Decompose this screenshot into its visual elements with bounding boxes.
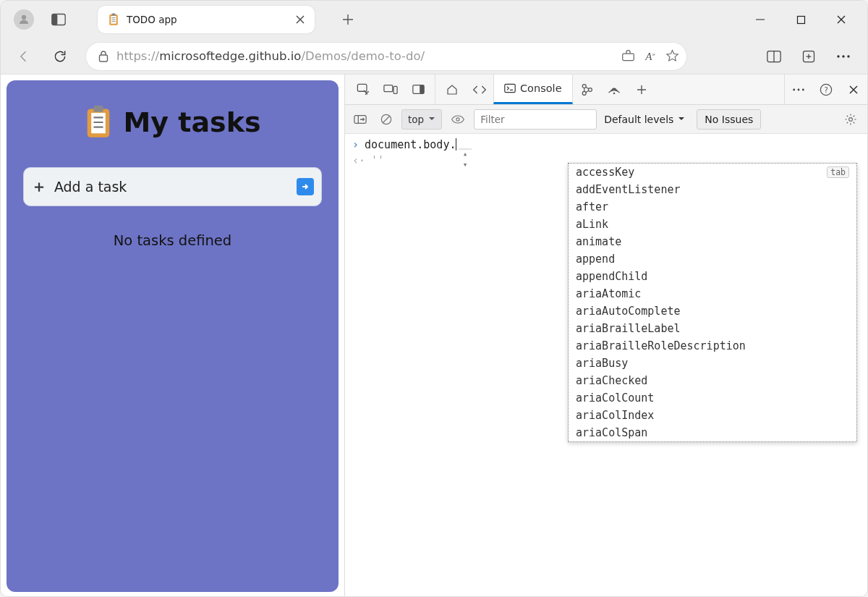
autocomplete-item[interactable]: after	[569, 198, 856, 216]
submit-task-button[interactable]	[297, 178, 314, 195]
autocomplete-popup[interactable]: accessKeytabaddEventListenerafteraLinkan…	[568, 163, 857, 442]
svg-point-0	[22, 15, 26, 20]
console-input[interactable]: document.body.	[365, 138, 456, 151]
result-icon: ‹·	[352, 154, 365, 167]
page-body: My tasks ＋ Add a task No tasks defined	[7, 80, 339, 592]
window-controls	[740, 5, 861, 34]
collections-button[interactable]	[793, 42, 824, 71]
workspaces-button[interactable]	[47, 8, 70, 31]
split-screen-button[interactable]	[759, 42, 789, 71]
more-tabs-button[interactable]	[628, 75, 655, 105]
favorite-icon[interactable]	[665, 49, 679, 63]
site-info-icon[interactable]	[98, 50, 109, 63]
svg-rect-29	[420, 85, 424, 94]
svg-point-45	[849, 117, 853, 121]
elements-tab[interactable]	[466, 75, 493, 105]
log-levels-selector[interactable]: Default levels	[604, 114, 685, 125]
autocomplete-item[interactable]: animate	[569, 233, 856, 250]
address-bar[interactable]: https://microsoftedge.github.io/Demos/de…	[86, 43, 686, 70]
settings-menu-button[interactable]	[828, 42, 859, 71]
filter-input[interactable]: Filter	[474, 109, 597, 130]
title-bar: TODO app	[1, 1, 867, 38]
minimize-button[interactable]	[740, 5, 780, 34]
autocomplete-item[interactable]: ariaChecked	[569, 372, 856, 389]
svg-rect-5	[112, 13, 116, 15]
clipboard-icon	[84, 105, 113, 140]
autocomplete-item[interactable]: ariaBrailleLabel	[569, 320, 856, 337]
console-tab[interactable]: Console	[493, 75, 573, 104]
live-expression-button[interactable]	[446, 109, 469, 130]
console-tab-label: Console	[520, 82, 562, 94]
more-tools-button[interactable]	[785, 75, 812, 105]
help-button[interactable]: ?	[812, 75, 840, 105]
svg-point-17	[842, 55, 844, 57]
svg-rect-26	[384, 85, 393, 91]
svg-point-33	[588, 88, 592, 92]
autocomplete-item[interactable]: append	[569, 250, 856, 268]
new-tab-button[interactable]	[335, 7, 361, 33]
add-task-placeholder: Add a task	[54, 179, 289, 195]
autocomplete-item[interactable]: ariaBrailleRoleDescription	[569, 337, 856, 355]
svg-point-35	[793, 88, 795, 90]
address-bar-row: https://microsoftedge.github.io/Demos/de…	[1, 38, 867, 75]
dock-side-button[interactable]	[404, 75, 432, 105]
browser-tab[interactable]: TODO app	[98, 6, 315, 33]
autocomplete-item[interactable]: ariaColSpan	[569, 424, 856, 441]
autocomplete-item[interactable]: ariaBusy	[569, 355, 856, 372]
autocomplete-item[interactable]: ariaAutoComplete	[569, 302, 856, 320]
svg-rect-20	[92, 113, 106, 133]
autocomplete-item[interactable]: ariaAtomic	[569, 285, 856, 302]
clear-console-button[interactable]	[375, 109, 397, 130]
autocomplete-item[interactable]: addEventListener	[569, 181, 856, 198]
shopping-icon[interactable]	[621, 50, 635, 62]
autocomplete-item[interactable]: ariaColIndex	[569, 407, 856, 424]
autocomplete-scrollbar[interactable]: ▴ ▾	[459, 148, 472, 150]
svg-point-44	[456, 117, 459, 120]
devtools-tabbar: Console ?	[345, 75, 867, 105]
console-settings-button[interactable]	[838, 113, 863, 126]
autocomplete-item[interactable]: accessKeytab	[569, 164, 856, 181]
read-aloud-icon[interactable]: A»	[645, 50, 655, 63]
device-toolbar-button[interactable]	[377, 75, 404, 105]
tab-title: TODO app	[127, 14, 289, 25]
close-devtools-button[interactable]	[840, 75, 867, 105]
autocomplete-item[interactable]: ariaColCount	[569, 389, 856, 407]
welcome-tab[interactable]	[438, 75, 466, 105]
svg-rect-12	[623, 54, 634, 61]
svg-rect-10	[797, 16, 804, 23]
scroll-down-icon[interactable]: ▾	[463, 160, 468, 169]
profile-avatar[interactable]	[14, 9, 34, 30]
network-tab[interactable]	[600, 75, 628, 105]
back-button[interactable]	[9, 42, 38, 71]
console-body[interactable]: › document.body. ‹· '' accessKeytabaddEv…	[345, 134, 867, 597]
autocomplete-hint: tab	[827, 166, 849, 178]
close-tab-button[interactable]	[296, 15, 305, 24]
inspect-element-button[interactable]	[349, 75, 377, 105]
svg-rect-30	[505, 84, 515, 92]
autocomplete-item[interactable]: aLink	[569, 216, 856, 233]
eager-eval-result: ''	[371, 154, 384, 167]
console-icon	[504, 83, 516, 93]
svg-rect-11	[100, 55, 108, 62]
devtools-panel: Console ? top Filter	[344, 75, 867, 597]
toggle-sidebar-button[interactable]	[349, 109, 371, 130]
refresh-button[interactable]	[46, 42, 75, 71]
svg-rect-2	[52, 14, 58, 25]
close-window-button[interactable]	[821, 5, 861, 34]
page-heading: My tasks	[123, 106, 260, 138]
scroll-up-icon[interactable]: ▴	[463, 149, 468, 158]
svg-point-16	[837, 55, 839, 57]
svg-line-43	[383, 116, 390, 122]
context-selector[interactable]: top	[401, 109, 442, 130]
svg-point-32	[582, 91, 586, 95]
svg-rect-21	[94, 106, 103, 112]
svg-text:?: ?	[824, 85, 827, 93]
sources-tab[interactable]	[573, 75, 600, 105]
maximize-button[interactable]	[780, 5, 821, 34]
add-task-input[interactable]: ＋ Add a task	[23, 167, 322, 206]
chevron-down-icon	[678, 117, 685, 122]
issues-button[interactable]: No Issues	[697, 109, 761, 130]
svg-rect-27	[393, 86, 397, 93]
svg-point-37	[802, 88, 804, 90]
autocomplete-item[interactable]: appendChild	[569, 268, 856, 285]
